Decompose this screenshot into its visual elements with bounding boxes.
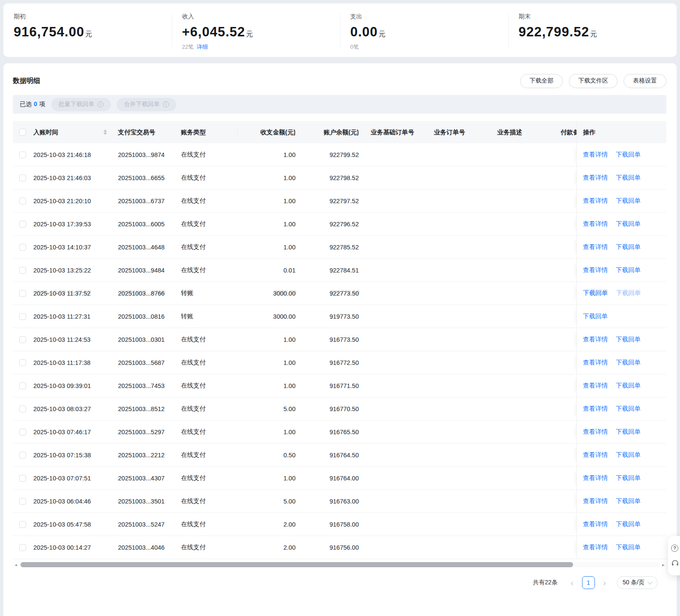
cell-account-type: 在线支付: [181, 358, 238, 367]
view-details-link[interactable]: 查看详情: [583, 382, 608, 390]
row-checkbox[interactable]: [19, 244, 26, 251]
view-details-link[interactable]: 查看详情: [583, 266, 608, 274]
download-receipt-link[interactable]: 下载回单: [616, 174, 641, 182]
table-settings-button[interactable]: 表格设置: [624, 74, 666, 88]
cell-account-type: 在线支付: [181, 266, 238, 274]
table-row: 2025-10-03 11:27:3120251003...0816转账3000…: [13, 305, 666, 328]
summary-subline: 0笔: [350, 43, 509, 51]
selection-count: 0: [34, 101, 37, 107]
cell-actions: 查看详情下载回单: [577, 143, 666, 166]
download-receipt-link[interactable]: 下载回单: [583, 312, 608, 320]
download-receipt-link[interactable]: 下载回单: [616, 358, 641, 367]
download-receipt-link[interactable]: 下载回单: [616, 428, 641, 436]
row-checkbox[interactable]: [19, 429, 26, 435]
headset-icon[interactable]: [671, 559, 679, 567]
download-file-zone-button[interactable]: 下载文件区: [569, 74, 618, 88]
scroll-right-icon[interactable]: ▸: [660, 562, 666, 568]
cell-transaction-id: 20251003...8512: [118, 406, 181, 412]
cell-transaction-id: 20251003...4648: [118, 244, 181, 251]
row-checkbox[interactable]: [19, 267, 26, 274]
cell-amount: 1.00: [238, 359, 296, 366]
sort-icon[interactable]: [103, 130, 107, 135]
row-checkbox-cell: [13, 313, 33, 320]
page-number-button[interactable]: 1: [582, 576, 595, 589]
column-header-transaction-id: 支付宝交易号: [118, 128, 181, 136]
row-checkbox-cell: [13, 267, 33, 274]
view-details-link[interactable]: 查看详情: [583, 151, 608, 159]
row-checkbox[interactable]: [19, 359, 26, 366]
download-receipt-link[interactable]: 下载回单: [616, 405, 641, 413]
scroll-left-icon[interactable]: ◂: [13, 562, 19, 568]
download-receipt-link[interactable]: 下载回单: [616, 474, 641, 482]
cell-balance: 916772.50: [296, 359, 359, 366]
view-details-link[interactable]: 查看详情: [583, 520, 608, 528]
download-receipt-link[interactable]: 下载回单: [616, 497, 641, 505]
horizontal-scrollbar-thumb[interactable]: [21, 562, 573, 567]
download-receipt-link[interactable]: 下载回单: [616, 151, 641, 159]
cell-actions: 下载回单下载回单: [577, 282, 666, 305]
row-checkbox[interactable]: [19, 406, 26, 412]
prev-page-icon[interactable]: ‹: [567, 578, 577, 587]
select-all-checkbox[interactable]: [19, 129, 26, 136]
view-details-link[interactable]: 查看详情: [583, 174, 608, 182]
download-receipt-link[interactable]: 下载回单: [616, 335, 641, 344]
download-receipt-link[interactable]: 下载回单: [616, 266, 641, 274]
row-checkbox[interactable]: [19, 151, 26, 158]
cell-actions: 查看详情下载回单: [577, 351, 666, 374]
view-details-link[interactable]: 查看详情: [583, 451, 608, 459]
view-details-link[interactable]: 查看详情: [583, 497, 608, 505]
view-details-link[interactable]: 查看详情: [583, 335, 608, 344]
view-details-link[interactable]: 查看详情: [583, 197, 608, 205]
download-all-button[interactable]: 下载全部: [520, 74, 563, 88]
view-details-link[interactable]: 查看详情: [583, 428, 608, 436]
row-checkbox[interactable]: [19, 221, 26, 228]
view-details-link[interactable]: 查看详情: [583, 543, 608, 551]
row-checkbox-cell: [13, 175, 33, 181]
next-page-icon[interactable]: ›: [600, 578, 610, 587]
cell-actions: 查看详情下载回单: [577, 513, 666, 536]
cell-time: 2025-10-03 05:47:58: [33, 521, 118, 528]
view-details-link[interactable]: 查看详情: [583, 358, 608, 367]
download-receipt-link[interactable]: 下载回单: [616, 382, 641, 390]
download-receipt-link[interactable]: 下载回单: [583, 289, 608, 297]
summary-unit: 元: [590, 30, 597, 38]
table-row: 2025-10-03 05:47:5820251003...5247在线支付2.…: [13, 513, 666, 536]
row-checkbox[interactable]: [19, 452, 26, 459]
cell-balance: 922799.52: [296, 151, 359, 158]
download-receipt-link[interactable]: 下载回单: [616, 289, 641, 297]
row-checkbox[interactable]: [19, 498, 26, 505]
row-checkbox[interactable]: [19, 198, 26, 204]
download-receipt-link[interactable]: 下载回单: [616, 220, 641, 228]
help-icon[interactable]: ?: [671, 545, 678, 552]
row-checkbox[interactable]: [19, 521, 26, 528]
cell-actions: 下载回单: [577, 305, 666, 328]
cell-amount: 5.00: [238, 498, 296, 505]
row-checkbox[interactable]: [19, 175, 26, 181]
horizontal-scrollbar-track[interactable]: [19, 562, 660, 567]
download-receipt-link[interactable]: 下载回单: [616, 543, 641, 551]
row-checkbox[interactable]: [19, 544, 26, 551]
download-receipt-link[interactable]: 下载回单: [616, 243, 641, 251]
download-receipt-link[interactable]: 下载回单: [616, 451, 641, 459]
table-row: 2025-10-03 09:39:0120251003...7453在线支付1.…: [13, 374, 666, 397]
row-checkbox[interactable]: [19, 290, 26, 297]
cell-actions: 查看详情下载回单: [577, 374, 666, 397]
page-size-select[interactable]: 50 条/页: [617, 576, 658, 589]
row-checkbox[interactable]: [19, 313, 26, 320]
view-details-link[interactable]: 查看详情: [583, 243, 608, 251]
batch-download-receipt-button[interactable]: 批量下载回单i: [51, 98, 111, 111]
cell-actions: 查看详情下载回单: [577, 190, 666, 212]
view-details-link[interactable]: 查看详情: [583, 405, 608, 413]
merge-download-receipt-button[interactable]: 合并下载回单i: [117, 98, 176, 111]
download-receipt-link[interactable]: 下载回单: [616, 197, 641, 205]
row-checkbox[interactable]: [19, 475, 26, 482]
download-receipt-link[interactable]: 下载回单: [616, 520, 641, 528]
view-details-link[interactable]: 查看详情: [583, 474, 608, 482]
summary-unit: 元: [378, 30, 385, 38]
cell-time: 2025-10-03 13:25:22: [33, 267, 118, 274]
view-details-link[interactable]: 查看详情: [583, 220, 608, 228]
row-checkbox[interactable]: [19, 382, 26, 389]
row-checkbox[interactable]: [19, 336, 26, 343]
cell-time: 2025-10-03 06:04:46: [33, 498, 118, 505]
detail-link[interactable]: 详细: [197, 44, 208, 50]
